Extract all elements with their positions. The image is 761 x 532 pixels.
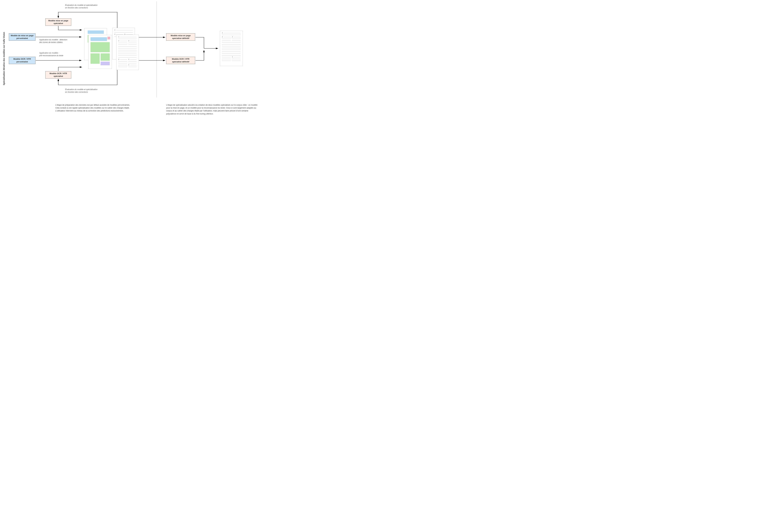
doc-layout-front xyxy=(88,35,112,69)
paragraph-left: L'étape de préparation des données est p… xyxy=(55,103,130,112)
paragraph-right: L'étape de spécialisation aboutit à la c… xyxy=(166,103,258,115)
box-ocr-final: Modèle OCR / HTR spécialisé définitif xyxy=(166,57,195,64)
section-divider xyxy=(156,2,157,97)
doc-text-front: A A A A A A xyxy=(116,35,139,70)
box-layout-final: Modèle mise en page spécialisé définitif xyxy=(166,33,195,41)
arrows xyxy=(0,0,292,106)
diagram-stage: Spécialisation itérative des modèles sur… xyxy=(0,0,292,133)
doc-output: A A A A xyxy=(220,31,243,66)
